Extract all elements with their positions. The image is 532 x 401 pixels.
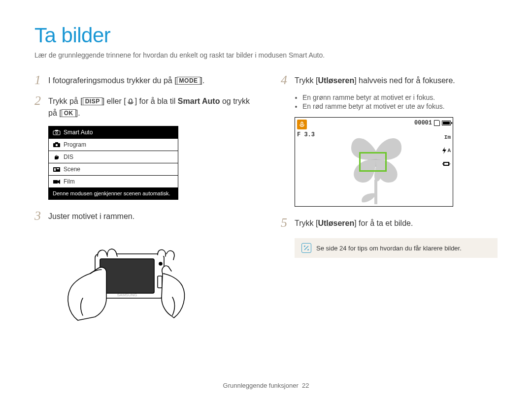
text-fragment: Trykk på [: [48, 97, 83, 105]
left-column: 1 I fotograferingsmodus trykker du på [M…: [34, 73, 251, 325]
svg-rect-16: [374, 180, 377, 204]
step-text: Trykk på [DISP] eller [] for å bla til S…: [48, 93, 251, 119]
page-intro: Lær de grunnleggende trinnene for hvorda…: [34, 51, 498, 59]
mode-item-label: Program: [64, 141, 86, 148]
svg-rect-0: [53, 131, 60, 135]
svg-rect-11: [100, 259, 154, 293]
text-fragment: Trykk [: [295, 76, 318, 85]
step-text: I fotograferingsmodus trykker du på [MOD…: [48, 73, 204, 87]
focus-rectangle: [359, 152, 387, 172]
footer-page-number: 22: [302, 382, 309, 389]
step-number: 4: [281, 73, 295, 87]
content-columns: 1 I fotograferingsmodus trykker du på [M…: [34, 73, 498, 325]
macro-icon: [126, 98, 135, 105]
disp-button-label: DISP: [83, 97, 102, 105]
step-text: Trykk [Utløseren] halvveis ned for å fok…: [295, 73, 455, 87]
shot-counter: 00001: [414, 120, 432, 126]
battery-icon: [442, 121, 451, 125]
note-text: Se side 24 for tips om hvordan du får kl…: [316, 245, 462, 252]
mode-item-label: Smart Auto: [64, 129, 93, 136]
svg-rect-7: [54, 168, 56, 171]
svg-point-12: [159, 262, 162, 265]
step-text: Juster motivet i rammen.: [48, 209, 134, 222]
text-fragment: ] for å ta et bilde.: [354, 219, 413, 227]
footer-section: Grunnleggende funksjoner: [223, 382, 299, 389]
sd-card-icon: [434, 120, 440, 126]
note-icon: [301, 243, 311, 253]
stabilize-icon: [442, 161, 451, 168]
film-icon: [53, 179, 61, 185]
shutter-label: Utløseren: [318, 76, 354, 85]
mode-menu-list: Smart Auto Program DIS: [49, 126, 178, 187]
mode-item-program: Program: [49, 139, 178, 151]
tip-note: Se side 24 for tips om hvordan du får kl…: [295, 238, 498, 258]
mode-item-smart-auto: Smart Auto: [49, 126, 178, 139]
step-4: 4 Trykk [Utløseren] halvveis ned for å f…: [281, 73, 498, 87]
mode-item-label: Scene: [64, 166, 80, 173]
step-text: Trykk [Utløseren] for å ta et bilde.: [295, 216, 413, 229]
aperture-value: F 3.3: [297, 131, 315, 138]
step-1: 1 I fotograferingsmodus trykker du på [M…: [34, 73, 251, 87]
mode-item-dis: DIS: [49, 151, 178, 163]
scene-icon: [53, 166, 61, 172]
macro-badge-icon: [297, 120, 307, 129]
list-item: En rød ramme betyr at motivet er ute av …: [302, 102, 498, 110]
text-fragment: ] for å bla til: [135, 97, 178, 105]
shutter-label: Utløseren: [318, 219, 354, 227]
svg-point-4: [56, 144, 58, 146]
mode-item-film: Film: [49, 176, 178, 187]
svg-point-1: [56, 132, 58, 134]
svg-rect-9: [53, 180, 58, 184]
step-number: 2: [34, 93, 48, 107]
svg-text:SAMSUNG: SAMSUNG: [117, 293, 137, 297]
ok-button-label: OK: [62, 109, 76, 117]
mode-item-label: DIS: [64, 154, 73, 160]
camera-program-icon: [53, 142, 61, 148]
step-3: 3 Juster motivet i rammen.: [34, 209, 251, 222]
svg-rect-18: [444, 163, 448, 165]
mode-item-label: Film: [64, 178, 75, 185]
list-item: En grønn ramme betyr at motivet er i fok…: [302, 93, 498, 101]
preview-side-icons: Im A: [442, 134, 451, 168]
text-fragment: ].: [76, 109, 80, 117]
step-2: 2 Trykk på [DISP] eller [] for å bla til…: [34, 93, 251, 119]
mode-menu-caption: Denne modusen gjenkjenner scenen automat…: [49, 187, 178, 199]
step-number: 5: [281, 216, 295, 229]
svg-rect-5: [55, 142, 58, 143]
flash-auto-icon: A: [442, 147, 451, 154]
image-size-indicator: Im: [444, 134, 451, 140]
right-column: 4 Trykk [Utløseren] halvveis ned for å f…: [281, 73, 498, 325]
step-5: 5 Trykk [Utløseren] for å ta et bilde.: [281, 216, 498, 229]
mode-button-label: MODE: [177, 77, 200, 85]
svg-rect-13: [158, 276, 162, 288]
text-fragment: I fotograferingsmodus trykker du på [: [48, 76, 177, 85]
focus-hint-list: En grønn ramme betyr at motivet er i fok…: [302, 93, 498, 110]
svg-rect-8: [57, 168, 59, 169]
mode-menu: Smart Auto Program DIS: [48, 126, 178, 200]
preview-status-bar: 00001: [414, 120, 451, 126]
page-title: Ta bilder: [34, 24, 498, 47]
text-fragment: ] eller [: [102, 97, 126, 105]
svg-rect-2: [55, 130, 58, 131]
mode-item-scene: Scene: [49, 163, 178, 176]
text-fragment: ].: [200, 76, 205, 85]
camera-auto-icon: [53, 129, 61, 135]
step-number: 3: [34, 209, 48, 222]
step-number: 1: [34, 73, 48, 87]
text-fragment: ] halvveis ned for å fokusere.: [354, 76, 455, 85]
holding-camera-illustration: SAMSUNG: [48, 229, 251, 325]
hand-icon: [53, 154, 61, 160]
smart-auto-label: Smart Auto: [178, 97, 220, 105]
camera-preview: F 3.3 00001 Im A: [295, 117, 453, 207]
page-footer: Grunnleggende funksjoner 22: [0, 382, 532, 389]
text-fragment: Trykk [: [295, 219, 318, 227]
